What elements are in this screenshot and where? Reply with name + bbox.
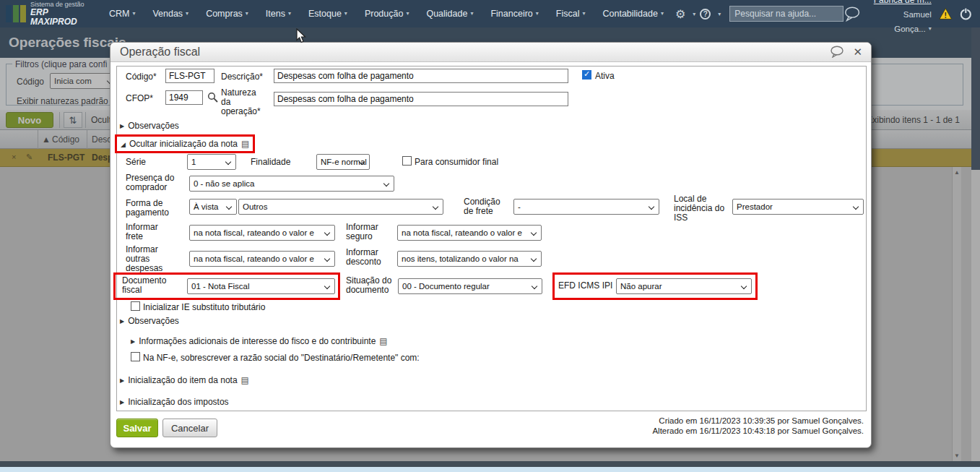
chevron-down-icon: ▾ xyxy=(718,11,721,17)
codigo-input[interactable]: FLS-PGT xyxy=(165,69,214,83)
chevron-down-icon: ▾ xyxy=(186,10,188,17)
inicializacao-item-toggle[interactable]: ▶Inicialização do item da nota▤ xyxy=(120,375,249,385)
chevron-down-icon: ▾ xyxy=(288,10,291,17)
cfop-label: CFOP* xyxy=(126,94,153,103)
ie-substituto-label: Inicializar IE substituto tributário xyxy=(143,303,265,312)
finalidade-label: Finalidade xyxy=(251,158,290,167)
collapsed-triangle-icon: ▶ xyxy=(120,399,124,406)
user-menu[interactable]: Samuel Gonça... xyxy=(894,10,931,33)
informar-seguro-label: Informar seguro xyxy=(346,223,396,241)
nav-menu-item[interactable]: CRM▾ xyxy=(109,9,135,19)
warning-icon[interactable]: ! xyxy=(939,7,953,20)
chevron-down-icon: ▾ xyxy=(132,10,135,17)
serie-select[interactable]: 1 xyxy=(187,154,236,170)
company-link[interactable]: Fábrica de m... xyxy=(874,0,932,5)
chevron-down-icon: ▾ xyxy=(536,10,539,17)
settings-gear-icon[interactable]: ⚙ xyxy=(675,7,685,21)
chevron-down-icon: ▾ xyxy=(582,10,585,17)
nav-menu-item[interactable]: Estoque▾ xyxy=(308,9,347,19)
chevron-down-icon: ▾ xyxy=(470,10,473,17)
notes-icon[interactable]: ▤ xyxy=(379,336,387,346)
sobrescrever-label: Na NF-e, sobrescrever a razão social do … xyxy=(143,353,420,363)
notes-icon[interactable]: ▤ xyxy=(241,139,249,149)
svg-text:!: ! xyxy=(944,12,946,20)
app-screen: Operações fiscais Filtros (clique para c… xyxy=(0,0,980,472)
nav-menu-item[interactable]: Financeiro▾ xyxy=(490,9,538,19)
nav-menu-item[interactable]: Compras▾ xyxy=(206,9,248,19)
informar-desconto-select[interactable]: nos itens, totalizando o valor na xyxy=(397,251,542,267)
descricao-label: Descrição* xyxy=(221,72,263,82)
power-icon[interactable] xyxy=(959,7,973,21)
info-adicionais-toggle[interactable]: ▶Informações adicionais de interesse do … xyxy=(131,336,388,346)
altered-audit-text: Alterado em 16/11/2023 10:43:18 por Samu… xyxy=(652,426,864,435)
nav-menu-item[interactable]: Produção▾ xyxy=(365,9,409,19)
presenca-select[interactable]: 0 - não se aplica xyxy=(189,176,394,192)
top-navbar: Sistema de gestão ERP MAXIPROD CRM▾ Vend… xyxy=(0,0,980,27)
created-audit-text: Criado em 16/11/2023 10:39:35 por Samuel… xyxy=(659,416,864,425)
logo-name: ERP MAXIPROD xyxy=(30,8,92,26)
collapsed-triangle-icon: ▶ xyxy=(120,377,124,384)
efd-select[interactable]: Não apurar xyxy=(616,278,752,294)
sobrescrever-checkbox[interactable] xyxy=(131,352,140,361)
nav-menu-item[interactable]: Fiscal▾ xyxy=(556,9,586,19)
nav-menu-item[interactable]: Qualidade▾ xyxy=(426,9,473,19)
nav-menu-item[interactable]: Contabilidade▾ xyxy=(602,9,663,19)
informar-outras-label: Informar outras despesas xyxy=(126,245,176,273)
condicao-frete-select[interactable]: - xyxy=(513,199,659,215)
descricao-input[interactable]: Despesas com folha de pagamento xyxy=(274,69,568,83)
ativa-label: Ativa xyxy=(595,72,615,81)
cfop-search-icon[interactable] xyxy=(207,92,218,103)
nav-menu-item[interactable]: Vendas▾ xyxy=(152,9,188,19)
situacao-select[interactable]: 00 - Documento regular xyxy=(398,278,542,294)
local-iss-select[interactable]: Prestador xyxy=(732,199,864,215)
chevron-down-icon: ▾ xyxy=(246,10,248,17)
documento-fiscal-label: Documento fiscal xyxy=(122,276,174,295)
chevron-down-icon: ▾ xyxy=(661,10,664,17)
ocultar-inicializacao-toggle[interactable]: ◢Ocultar inicialização da nota▤ xyxy=(121,139,249,149)
help-search-input[interactable] xyxy=(729,6,844,22)
collapsed-triangle-icon: ▶ xyxy=(131,338,135,345)
informar-seguro-select[interactable]: na nota fiscal, rateando o valor e xyxy=(397,225,542,241)
app-logo[interactable]: Sistema de gestão ERP MAXIPROD xyxy=(0,1,99,27)
cfop-input[interactable]: 1949 xyxy=(165,90,203,105)
collapsed-triangle-icon: ▶ xyxy=(120,318,124,325)
local-iss-label: Local de incidência do ISS xyxy=(674,194,736,223)
consumidor-final-checkbox[interactable] xyxy=(402,156,412,166)
salvar-button[interactable]: Salvar xyxy=(116,419,158,437)
ativa-checkbox[interactable] xyxy=(582,70,591,80)
cancelar-button[interactable]: Cancelar xyxy=(162,419,217,437)
chat-bubble-icon[interactable] xyxy=(844,6,861,22)
close-icon[interactable]: ✕ xyxy=(853,46,862,57)
observacoes2-toggle[interactable]: ▶Observações xyxy=(120,316,179,326)
expanded-triangle-icon: ◢ xyxy=(121,141,126,148)
nav-menu-item[interactable]: Itens▾ xyxy=(266,9,291,19)
ie-substituto-checkbox[interactable] xyxy=(131,301,140,311)
chevron-down-icon: ▾ xyxy=(406,10,409,17)
forma-pagamento-select-1[interactable]: À vista xyxy=(189,199,237,215)
documento-fiscal-select[interactable]: 01 - Nota Fiscal xyxy=(187,278,335,294)
nav-menu: CRM▾ Vendas▾ Compras▾ Itens▾ Estoque▾ Pr… xyxy=(109,9,664,19)
notes-icon[interactable]: ▤ xyxy=(241,375,249,385)
informar-frete-select[interactable]: na nota fiscal, rateando o valor e xyxy=(189,225,335,241)
efd-label: EFD ICMS IPI xyxy=(558,281,612,291)
consumidor-final-label: Para consumidor final xyxy=(415,158,498,167)
forma-pagamento-select-2[interactable]: Outros xyxy=(238,199,443,215)
help-icon[interactable]: ? xyxy=(700,9,711,20)
serie-label: Série xyxy=(126,158,146,167)
dialog-comment-icon[interactable] xyxy=(830,46,844,58)
codigo-label: Código* xyxy=(126,72,157,82)
informar-outras-select[interactable]: na nota fiscal, rateando o valor e xyxy=(189,251,335,267)
informar-frete-label: Informar frete xyxy=(126,223,176,241)
collapsed-triangle-icon: ▶ xyxy=(120,123,124,129)
logo-icon xyxy=(6,5,26,22)
observacoes-toggle[interactable]: ▶Observações xyxy=(120,121,179,131)
mouse-cursor xyxy=(296,28,306,43)
operacao-fiscal-dialog: Operação fiscal ✕ Código* FLS-PGT Descri… xyxy=(110,42,872,448)
bottom-blue-strip xyxy=(0,467,980,472)
dialog-titlebar[interactable]: Operação fiscal ✕ xyxy=(110,43,871,62)
inicializacao-impostos-toggle[interactable]: ▶Inicialização dos impostos xyxy=(120,397,229,407)
natureza-input[interactable]: Despesas com folha de pagamento xyxy=(274,92,568,106)
forma-pagamento-label: Forma de pagamento xyxy=(126,199,188,218)
presenca-label: Presença do comprador xyxy=(126,173,188,192)
finalidade-select[interactable]: NF-e normal xyxy=(316,154,370,170)
